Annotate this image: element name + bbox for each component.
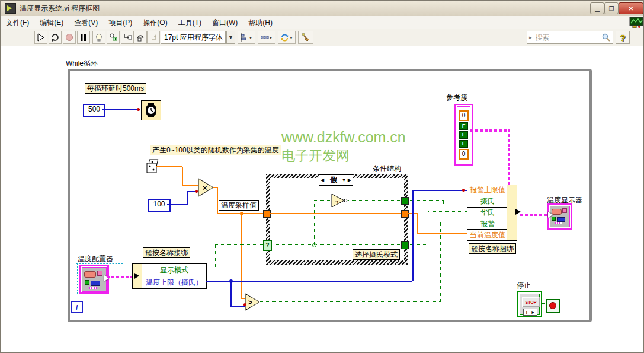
unbundle-input-arrow-icon xyxy=(134,273,139,279)
cluster-boolean[interactable]: F xyxy=(459,140,468,148)
step-out-button[interactable] xyxy=(147,31,160,44)
display-indicator-terminal[interactable] xyxy=(547,203,572,230)
pause-button[interactable] xyxy=(77,31,90,44)
loop-condition-terminal[interactable] xyxy=(546,299,560,313)
context-help-button[interactable]: ? xyxy=(616,31,630,44)
stop-bool-text: T F xyxy=(523,309,537,316)
unbundle-row[interactable]: 温度上限（摄氏） xyxy=(142,276,206,288)
sample-value-label: 温度采样值 xyxy=(219,200,259,211)
multiplier-constant[interactable]: 100 xyxy=(148,199,171,212)
menu-operate[interactable]: 操作(O) xyxy=(137,18,172,28)
menu-view[interactable]: 查看(V) xyxy=(69,18,103,28)
toolbar: 17pt 应用程序字体 ▼ ▼ ▼ ▼ ▸ ? xyxy=(1,29,644,46)
wire-segment xyxy=(440,222,441,302)
bundle-row[interactable]: 摄氏 xyxy=(467,196,508,208)
menu-edit[interactable]: 编辑(E) xyxy=(34,18,69,28)
while-loop-label: While循环 xyxy=(66,59,98,69)
unbundle-by-name-node[interactable]: 显示模式 温度上限（摄氏） xyxy=(142,263,207,289)
unbundle-label: 簇按名称接绑 xyxy=(143,247,190,258)
run-button[interactable] xyxy=(34,31,47,44)
bundle-by-name-node[interactable]: 报警上限值 摄氏 华氏 报警 当前温度值 xyxy=(467,185,508,241)
bundle-row[interactable]: 当前温度值 xyxy=(467,230,508,240)
menu-project[interactable]: 项目(P) xyxy=(103,18,137,28)
ref-cluster-constant[interactable]: 0 F F F 0 xyxy=(454,104,473,166)
cluster-numeric[interactable]: 0 xyxy=(459,149,469,160)
restore-button[interactable]: ❐ xyxy=(604,2,619,14)
unbundle-row[interactable]: 显示模式 xyxy=(142,264,206,276)
stop-button-face[interactable]: STOP xyxy=(522,297,540,307)
close-button[interactable]: ✕ xyxy=(619,2,643,14)
random-comment: 产生0~100以类的随机数作为采集的温度 xyxy=(150,145,281,155)
tunnel-output-boolean xyxy=(401,197,409,205)
wait-clock-icon xyxy=(144,103,158,118)
terminal-input-arrow-icon xyxy=(548,212,553,218)
bundle-row[interactable]: 报警上限值 xyxy=(467,185,508,196)
not-node[interactable]: ¬ xyxy=(331,193,350,208)
distribute-objects-button[interactable]: ▼ xyxy=(258,31,275,44)
wire-segment xyxy=(508,129,510,185)
wire-segment xyxy=(241,214,242,298)
clean-up-diagram-button[interactable] xyxy=(298,31,313,44)
case-inner-label: 选择摄氏模式 xyxy=(353,249,400,260)
wire-segment xyxy=(314,201,315,245)
step-into-button[interactable] xyxy=(121,31,134,44)
case-next-icon[interactable]: ▶ xyxy=(347,177,353,183)
search-icon[interactable] xyxy=(601,33,611,42)
vi-connector-icon xyxy=(629,17,643,28)
bundle-label: 簇按名称捆绑 xyxy=(469,243,516,254)
font-selector[interactable]: 17pt 应用程序字体 xyxy=(161,31,226,44)
vi-file-icon xyxy=(5,3,16,14)
cluster-numeric[interactable]: 0 xyxy=(459,110,469,121)
stop-label: 停止 xyxy=(517,281,531,291)
font-selector-arrow-icon[interactable]: ▼ xyxy=(226,31,235,44)
abort-button[interactable] xyxy=(63,31,76,44)
menu-window[interactable]: 窗口(W) xyxy=(207,18,243,28)
iteration-terminal[interactable]: i xyxy=(71,301,83,313)
svg-text:¬: ¬ xyxy=(335,198,338,204)
wire-segment xyxy=(541,303,546,304)
wire-segment xyxy=(260,301,441,302)
svg-text:×: × xyxy=(203,183,207,192)
wire-segment xyxy=(215,245,216,269)
retain-wire-values-button[interactable] xyxy=(107,31,120,44)
step-over-button[interactable] xyxy=(134,31,147,44)
config-control-terminal[interactable] xyxy=(79,265,109,294)
delay-constant[interactable]: 500 xyxy=(83,104,105,117)
menu-tools[interactable]: 工具(T) xyxy=(173,18,207,28)
coercion-dot xyxy=(243,303,246,306)
align-objects-button[interactable]: ▼ xyxy=(238,31,255,44)
wire-segment xyxy=(417,233,467,234)
case-prev-icon[interactable]: ◀ xyxy=(319,177,325,183)
search-history-arrow-icon[interactable]: ▸ xyxy=(527,34,534,40)
menu-file[interactable]: 文件(F) xyxy=(1,18,34,28)
search-box: ▸ xyxy=(527,31,613,44)
bundle-row[interactable]: 报警 xyxy=(467,218,508,230)
wire-segment xyxy=(428,212,428,246)
wait-ms-node[interactable] xyxy=(141,100,161,120)
greater-than-node[interactable]: > xyxy=(245,293,262,311)
wire-segment xyxy=(206,281,412,282)
search-input[interactable] xyxy=(534,33,601,42)
random-number-dice-icon[interactable] xyxy=(145,158,165,176)
cluster-boolean[interactable]: F xyxy=(459,131,468,139)
labview-window: 温度显示系统.vi 程序框图 ▁ ❐ ✕ 文件(F) 编辑(E) 查看(V) 项… xyxy=(0,0,644,353)
wire-segment xyxy=(217,187,218,214)
menu-help[interactable]: 帮助(H) xyxy=(243,18,278,28)
run-continuously-button[interactable] xyxy=(49,31,62,44)
minimize-button[interactable]: ▁ xyxy=(590,2,604,14)
wire-segment xyxy=(230,281,232,307)
case-selector: ◀ 假 ▼ ▶ xyxy=(319,174,353,186)
wire-segment xyxy=(348,200,401,201)
case-selector-value[interactable]: 假 xyxy=(325,175,342,185)
resize-objects-button[interactable]: ▼ xyxy=(278,31,296,44)
case-dropdown-icon[interactable]: ▼ xyxy=(342,178,347,182)
title-bar: 温度显示系统.vi 程序框图 ▁ ❐ ✕ xyxy=(1,1,644,17)
bundle-row[interactable]: 华氏 xyxy=(467,208,508,219)
tunnel-output-boolean xyxy=(401,241,409,249)
highlight-execution-icon[interactable] xyxy=(92,31,105,44)
wire-segment xyxy=(428,211,467,212)
stop-button-terminal[interactable]: STOP T F xyxy=(517,291,542,317)
cluster-boolean[interactable]: F xyxy=(459,122,468,130)
wire-segment xyxy=(182,167,183,185)
case-selector-tunnel: ? xyxy=(263,240,272,251)
